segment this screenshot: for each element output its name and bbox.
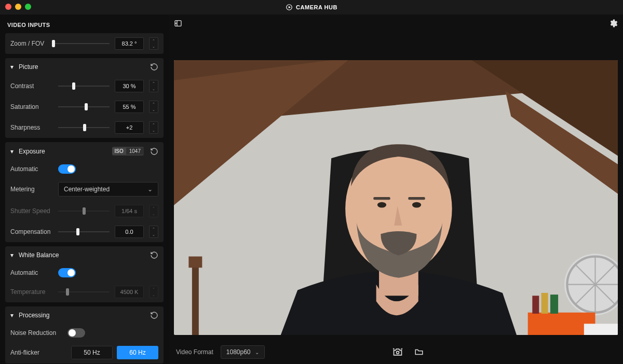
settings-button[interactable]: [608, 19, 618, 28]
panel-picture: ▾ Picture Contrast 30 % ⌃⌄ Saturation 55…: [5, 58, 164, 138]
row-contrast: Contrast 30 % ⌃⌄: [5, 76, 164, 96]
svg-rect-22: [550, 295, 558, 314]
row-antiflicker: Anti-flicker 50 Hz 60 Hz: [5, 342, 164, 363]
app-title: CAMERA HUB: [286, 4, 337, 11]
iso-badge: ISO 1047: [112, 147, 144, 156]
main-footer: Video Format 1080p60 ⌄: [169, 340, 623, 364]
close-window-button[interactable]: [5, 4, 11, 10]
shutter-slider: [58, 206, 110, 216]
iso-value: 1047: [126, 148, 144, 155]
processing-header[interactable]: ▾ Processing: [5, 306, 164, 324]
svg-rect-25: [584, 324, 618, 335]
row-metering: Metering Center-weighted ⌄: [5, 178, 164, 201]
row-sharpness: Sharpness +2 ⌃⌄: [5, 117, 164, 138]
row-wb-auto: Automatic: [5, 264, 164, 282]
panel-exposure: ▾ Exposure ISO 1047 Automatic Metering C…: [5, 142, 164, 242]
exposure-reset-button[interactable]: [150, 147, 158, 156]
processing-title: Processing: [19, 312, 49, 319]
elgato-logo-icon: [286, 4, 293, 11]
iso-label: ISO: [112, 148, 126, 155]
window-controls: [5, 4, 31, 10]
row-temperature: Temperature 4500 K ⌃⌄: [5, 282, 164, 302]
maximize-window-button[interactable]: [25, 4, 31, 10]
snapshot-button[interactable]: [392, 347, 403, 357]
sharpness-slider[interactable]: [58, 122, 110, 133]
saturation-label: Saturation: [10, 103, 53, 110]
wb-title: White Balance: [19, 251, 59, 259]
row-compensation: Compensation 0.0 ⌃⌄: [5, 221, 164, 242]
open-folder-button[interactable]: [414, 347, 424, 357]
noise-toggle[interactable]: [67, 328, 85, 338]
collapse-sidebar-button[interactable]: [174, 19, 182, 27]
minimize-window-button[interactable]: [15, 4, 21, 10]
picture-reset-button[interactable]: [150, 63, 158, 71]
wb-header[interactable]: ▾ White Balance: [5, 246, 164, 264]
saturation-slider[interactable]: [58, 102, 110, 112]
wb-reset-button[interactable]: [150, 251, 158, 259]
temperature-stepper: ⌃⌄: [149, 286, 158, 298]
picture-title: Picture: [19, 63, 38, 71]
row-saturation: Saturation 55 % ⌃⌄: [5, 96, 164, 117]
antiflicker-50hz-button[interactable]: 50 Hz: [71, 346, 113, 359]
row-shutter: Shutter Speed 1/64 s ⌃⌄: [5, 201, 164, 221]
zoom-label: Zoom / FOV: [10, 40, 47, 47]
camera-preview[interactable]: [174, 60, 618, 335]
metering-select[interactable]: Center-weighted ⌄: [58, 182, 158, 197]
video-format-select[interactable]: 1080p60 ⌄: [221, 345, 265, 359]
sharpness-stepper[interactable]: ⌃⌄: [149, 121, 158, 134]
svg-rect-20: [532, 296, 539, 314]
compensation-value[interactable]: 0.0: [115, 226, 144, 238]
zoom-stepper[interactable]: ⌃⌄: [149, 37, 158, 50]
temperature-label: Temperature: [10, 288, 53, 296]
row-exposure-auto: Automatic: [5, 160, 164, 178]
svg-rect-21: [541, 293, 548, 314]
contrast-slider[interactable]: [58, 81, 110, 91]
app-title-text: CAMERA HUB: [296, 4, 337, 10]
exposure-header[interactable]: ▾ Exposure ISO 1047: [5, 142, 164, 160]
temperature-slider: [58, 287, 110, 297]
chevron-down-icon: ▾: [10, 148, 16, 155]
compensation-label: Compensation: [10, 228, 53, 235]
shutter-label: Shutter Speed: [10, 207, 53, 215]
chevron-down-icon: ⌄: [147, 186, 153, 193]
zoom-slider[interactable]: [52, 38, 110, 49]
chevron-down-icon: ▾: [10, 63, 16, 71]
panel-zoom: Zoom / FOV 83.2 ° ⌃⌄: [5, 33, 164, 54]
video-format-value: 1080p60: [226, 348, 251, 356]
zoom-value[interactable]: 83.2 °: [115, 37, 144, 50]
saturation-stepper[interactable]: ⌃⌄: [149, 101, 158, 113]
picture-header[interactable]: ▾ Picture: [5, 58, 164, 76]
video-format-label: Video Format: [176, 348, 213, 356]
exposure-title: Exposure: [19, 148, 45, 155]
saturation-value[interactable]: 55 %: [115, 101, 144, 113]
exposure-auto-toggle[interactable]: [58, 164, 76, 174]
exposure-auto-label: Automatic: [10, 165, 53, 173]
panel-white-balance: ▾ White Balance Automatic Temperature 45…: [5, 246, 164, 302]
contrast-stepper[interactable]: ⌃⌄: [149, 80, 158, 92]
sidebar: VIDEO INPUTS Zoom / FOV 83.2 ° ⌃⌄ ▾ Pict…: [0, 15, 169, 364]
antiflicker-label: Anti-flicker: [10, 349, 53, 356]
chevron-down-icon: ▾: [10, 312, 16, 319]
row-zoom: Zoom / FOV 83.2 ° ⌃⌄: [5, 33, 164, 54]
svg-rect-11: [373, 197, 390, 200]
wb-auto-toggle[interactable]: [58, 268, 76, 277]
compensation-stepper[interactable]: ⌃⌄: [149, 226, 158, 238]
shutter-value: 1/64 s: [115, 205, 144, 217]
svg-point-26: [397, 351, 399, 354]
svg-rect-12: [408, 197, 425, 200]
svg-rect-23: [192, 262, 199, 335]
processing-reset-button[interactable]: [150, 311, 158, 319]
shutter-stepper: ⌃⌄: [149, 205, 158, 217]
svg-point-10: [412, 202, 421, 208]
main-toolbar: [169, 15, 623, 32]
contrast-label: Contrast: [10, 82, 53, 90]
sharpness-value[interactable]: +2: [115, 121, 144, 134]
compensation-slider[interactable]: [58, 227, 110, 237]
svg-rect-24: [188, 257, 202, 268]
antiflicker-60hz-button[interactable]: 60 Hz: [117, 346, 158, 359]
contrast-value[interactable]: 30 %: [115, 80, 144, 92]
wb-auto-label: Automatic: [10, 269, 53, 276]
titlebar: CAMERA HUB: [0, 0, 623, 15]
sidebar-header: VIDEO INPUTS: [5, 19, 164, 29]
temperature-value: 4500 K: [115, 286, 144, 298]
